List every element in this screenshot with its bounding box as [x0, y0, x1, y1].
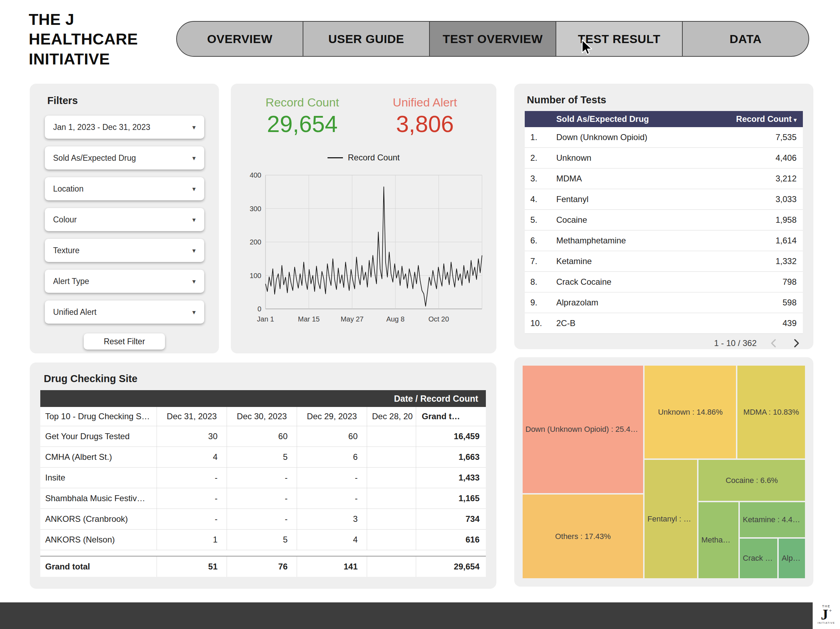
row-drug: Fentanyl [556, 194, 715, 204]
table-row[interactable]: 4.Fentanyl3,033 [525, 189, 803, 210]
svg-text:400: 400 [250, 171, 261, 179]
row-value: 141 [297, 556, 367, 577]
treemap-block-alpra[interactable]: Alpra… [779, 539, 805, 578]
treemap-block-crack-co[interactable]: Crack Co… [740, 539, 777, 578]
table-row[interactable]: 8.Crack Cocaine798 [525, 272, 803, 292]
site-table-header: Top 10 - Drug Checking S…Dec 31, 2023Dec… [40, 407, 486, 426]
treemap-label: Others : 17.43% [555, 532, 611, 541]
table-row[interactable]: 10.2C-B439 [525, 313, 803, 334]
chevron-down-icon: ▾ [192, 154, 196, 162]
column-header: Dec 31, 2023 [156, 407, 227, 426]
table-row[interactable]: 9.Alprazolam598 [525, 292, 803, 313]
treemap-label: Crack Co… [743, 554, 775, 563]
table-row[interactable]: 3.MDMA3,212 [525, 169, 803, 189]
medical-cross-icon: + [829, 608, 832, 613]
record-count-sort-header[interactable]: Record Count▾ [715, 114, 803, 124]
filter-dropdown-3[interactable]: Colour▾ [45, 208, 204, 231]
site-table-body: Get Your Drugs Tested30606016,459CMHA (A… [40, 426, 486, 550]
filter-dropdown-label: Sold As/Expected Drug [53, 153, 136, 163]
row-value: - [156, 468, 227, 488]
table-row[interactable]: Get Your Drugs Tested30606016,459 [40, 426, 486, 447]
drug-treemap: Down (Unknown Opioid) : 25.41%Others : 1… [522, 365, 806, 579]
filter-dropdown-label: Jan 1, 2023 - Dec 31, 2023 [53, 123, 150, 132]
chevron-down-icon: ▾ [192, 185, 196, 193]
treemap-block-down-unknown-opioid-25-41[interactable]: Down (Unknown Opioid) : 25.41% [523, 366, 643, 493]
drug-checking-site-panel: Drug Checking Site Date / Record Count T… [30, 363, 496, 589]
row-count: 598 [715, 298, 803, 307]
row-value [367, 556, 416, 577]
row-value: - [227, 488, 297, 509]
tab-test-overview[interactable]: TEST OVERVIEW [429, 21, 556, 57]
table-row[interactable]: 7.Ketamine1,332 [525, 251, 803, 272]
row-drug: Ketamine [556, 256, 715, 266]
row-drug: Methamphetamine [556, 236, 715, 246]
tab-data[interactable]: DATA [682, 21, 809, 57]
row-value [367, 530, 416, 550]
filter-dropdown-0[interactable]: Jan 1, 2023 - Dec 31, 2023▾ [45, 115, 204, 139]
row-drug: Unknown [556, 153, 715, 163]
table-row[interactable]: Insite---1,433 [40, 468, 486, 488]
drug-column-header: Sold As/Expected Drug [556, 114, 715, 124]
band-label: Date / Record Count [394, 394, 478, 404]
site-title-line: HEALTHCARE [29, 29, 138, 49]
filter-dropdown-4[interactable]: Texture▾ [45, 239, 204, 262]
row-rank: 1. [525, 132, 556, 142]
table-row[interactable]: 1.Down (Unknown Opioid)7,535 [525, 127, 803, 148]
row-site: CMHA (Albert St.) [40, 447, 156, 467]
tab-user-guide[interactable]: USER GUIDE [303, 21, 430, 57]
treemap-block-others-17-43[interactable]: Others : 17.43% [523, 495, 643, 578]
row-value: 4 [297, 530, 367, 550]
column-header: Dec 28, 20 [367, 407, 416, 426]
row-value: 6 [297, 447, 367, 467]
logo-j-mark: J+ [821, 608, 832, 622]
svg-text:200: 200 [250, 238, 261, 246]
grand-total-row: Grand total517614129,654 [40, 556, 486, 577]
table-row[interactable]: 2.Unknown4,406 [525, 148, 803, 169]
row-value: 1,165 [416, 488, 486, 509]
filter-dropdown-2[interactable]: Location▾ [45, 177, 204, 200]
treemap-block-unknown-14-86[interactable]: Unknown : 14.86% [644, 366, 736, 459]
treemap-label: Fentanyl : 10… [647, 514, 694, 523]
logo-initiative-text: INITIATIVE [818, 622, 835, 624]
filter-dropdown-label: Location [53, 184, 84, 194]
treemap-label: Ketamine : 4.49% [743, 515, 802, 524]
table-row[interactable]: ANKORS (Cranbrook)--3734 [40, 509, 486, 530]
table-row[interactable]: Shambhala Music Festiv…---1,165 [40, 488, 486, 509]
tab-overview[interactable]: OVERVIEW [176, 21, 303, 57]
row-value: 60 [227, 426, 297, 446]
filter-dropdown-5[interactable]: Alert Type▾ [45, 270, 204, 293]
row-value: 51 [156, 556, 227, 577]
record-count-series [265, 187, 482, 306]
treemap-block-methamp[interactable]: Methamp… [698, 502, 738, 578]
table-row[interactable]: CMHA (Albert St.)4561,663 [40, 447, 486, 468]
tab-test-result[interactable]: TEST RESULT [556, 21, 683, 57]
treemap-block-fentanyl-10[interactable]: Fentanyl : 10… [644, 460, 697, 578]
table-row[interactable]: 6.Methamphetamine1,614 [525, 230, 803, 251]
filters-panel: Filters Jan 1, 2023 - Dec 31, 2023▾Sold … [30, 84, 219, 353]
treemap-block-ketamine-4-49[interactable]: Ketamine : 4.49% [740, 502, 805, 537]
legend-line-swatch [327, 157, 343, 158]
treemap-label: Alpra… [782, 554, 802, 563]
row-site: Shambhala Music Festiv… [40, 488, 156, 509]
treemap-panel: Down (Unknown Opioid) : 25.41%Others : 1… [514, 357, 813, 586]
nav-tabs: OVERVIEWUSER GUIDETEST OVERVIEWTEST RESU… [176, 21, 809, 57]
filter-dropdown-1[interactable]: Sold As/Expected Drug▾ [45, 147, 204, 170]
row-site: Insite [40, 468, 156, 488]
reset-filter-button[interactable]: Reset Filter [84, 333, 165, 350]
filter-dropdown-6[interactable]: Unified Alert▾ [45, 301, 204, 323]
prev-page-icon[interactable] [769, 338, 779, 348]
row-value: 76 [227, 556, 297, 577]
page-info: 1 - 10 / 362 [714, 338, 756, 348]
clipped-table-row [40, 550, 486, 556]
table-row[interactable]: ANKORS (Nelson)154616 [40, 530, 486, 550]
row-drug: Alprazolam [556, 298, 715, 307]
treemap-block-cocaine-6-6[interactable]: Cocaine : 6.6% [698, 460, 805, 500]
table-row[interactable]: 5.Cocaine1,958 [525, 210, 803, 230]
next-page-icon[interactable] [791, 338, 802, 348]
tests-table-header: Sold As/Expected Drug Record Count▾ [525, 111, 803, 127]
site-table-title: Drug Checking Site [44, 373, 496, 385]
kpi-row: Record Count 29,654 Unified Alert 3,806 [231, 96, 496, 137]
row-count: 439 [715, 318, 803, 328]
treemap-block-mdma-10-83[interactable]: MDMA : 10.83% [737, 366, 805, 459]
number-of-tests-panel: Number of Tests Sold As/Expected Drug Re… [514, 84, 813, 349]
